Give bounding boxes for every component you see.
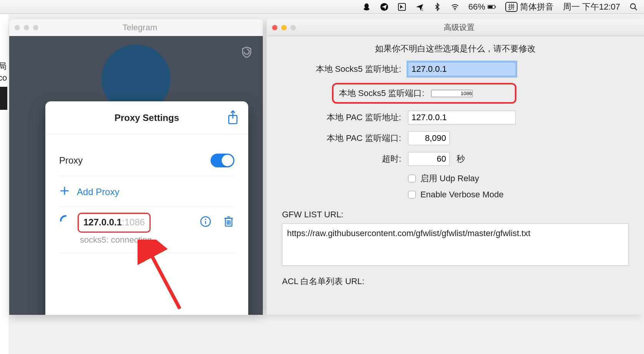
add-proxy-row[interactable]: Add Proxy (59, 176, 234, 207)
share-button[interactable] (227, 110, 239, 127)
verbose-mode-row[interactable]: Enable Verbose Mode (408, 190, 629, 200)
svg-rect-7 (488, 5, 493, 8)
proxy-status: socks5: connecting (80, 235, 194, 245)
svg-point-17 (205, 219, 206, 220)
svg-rect-8 (495, 6, 496, 8)
svg-text:G: G (421, 8, 423, 11)
advanced-titlebar[interactable]: 高级设置 (267, 19, 644, 36)
annotation-highlight-port: 本地 Socks5 监听端口: (332, 83, 516, 104)
svg-point-9 (631, 3, 636, 8)
sheet-content: Proxy Add Proxy 127.0.0.1:1086 (45, 134, 248, 253)
proxy-label: Proxy (59, 155, 83, 166)
loading-spinner-icon (59, 214, 72, 227)
menubar-datetime: 周一 下午12:07 (563, 1, 620, 13)
battery-status[interactable]: 66% (468, 2, 496, 12)
delete-button[interactable] (223, 215, 234, 230)
qq-icon[interactable] (362, 3, 371, 11)
pac-port-input[interactable] (408, 131, 450, 145)
info-button[interactable] (200, 215, 211, 230)
background-app-sliver: 局 co (0, 54, 9, 114)
pac-port-row: 本地 PAC 监听端口: (282, 131, 629, 145)
sliver-text-2: co (0, 72, 7, 84)
telegram-body: Proxy Settings Proxy Add Proxy (9, 36, 263, 315)
ime-badge: 拼 (505, 2, 518, 12)
plus-icon (59, 185, 70, 199)
proxy-toggle[interactable] (211, 154, 234, 167)
telegram-titlebar[interactable]: Telegram (9, 19, 263, 36)
svg-point-5 (454, 9, 455, 10)
advanced-body: 如果你不明白这些选项是什么，请不要修改 本地 Socks5 监听地址: 本地 S… (267, 36, 644, 287)
socks5-port-input[interactable] (431, 90, 473, 97)
proxy-settings-sheet: Proxy Settings Proxy Add Proxy (45, 101, 248, 315)
wifi-icon[interactable] (451, 3, 459, 11)
svg-point-1 (363, 7, 369, 10)
advanced-window-title: 高级设置 (296, 22, 622, 33)
ime-name: 简体拼音 (520, 1, 554, 13)
telegram-window-title: Telegram (38, 23, 241, 33)
cursor-box-icon[interactable] (398, 3, 406, 11)
sheet-title: Proxy Settings (115, 112, 179, 123)
annotation-highlight-ip: 127.0.0.1:1086 (78, 213, 151, 233)
bluetooth-icon[interactable] (433, 3, 442, 11)
pac-address-label: 本地 PAC 监听地址: (282, 112, 401, 123)
telegram-menubar-icon[interactable] (380, 3, 388, 11)
pac-address-row: 本地 PAC 监听地址: (282, 111, 629, 124)
pac-port-label: 本地 PAC 监听端口: (282, 132, 401, 144)
pac-address-input[interactable] (408, 111, 516, 124)
telegram-window: Telegram Proxy Settings Proxy (9, 19, 263, 315)
checkbox-icon[interactable] (408, 191, 416, 199)
timeout-input[interactable] (408, 152, 450, 166)
shield-icon[interactable] (241, 46, 253, 60)
traffic-lights[interactable] (272, 25, 296, 30)
udp-relay-row[interactable]: 启用 Udp Relay (408, 173, 629, 184)
sheet-header: Proxy Settings (45, 101, 248, 134)
acl-url-label: ACL 白名单列表 URL: (282, 276, 629, 287)
add-proxy-label: Add Proxy (77, 187, 120, 197)
spotlight-icon[interactable] (629, 3, 638, 11)
svg-line-10 (635, 8, 637, 10)
sliver-text-1: 局 (0, 61, 7, 72)
battery-percent-text: 66% (468, 2, 485, 12)
macos-menubar: G 66% 拼 简体拼音 周一 下午12:07 (0, 0, 644, 14)
advanced-settings-window: 高级设置 如果你不明白这些选项是什么，请不要修改 本地 Socks5 监听地址:… (267, 19, 644, 315)
socks5-address-input[interactable] (408, 62, 516, 76)
advanced-warning-text: 如果你不明白这些选项是什么，请不要修改 (282, 43, 629, 55)
timeout-row: 超时: 秒 (282, 152, 629, 166)
proxy-entry-actions (200, 215, 234, 230)
traffic-lights[interactable] (15, 25, 38, 30)
paper-plane-icon[interactable]: G (415, 3, 424, 11)
socks5-port-label: 本地 Socks5 监听端口: (339, 88, 424, 99)
socks5-address-label: 本地 Socks5 监听地址: (282, 63, 401, 75)
sliver-dark-block (0, 87, 7, 110)
proxy-entry-text: 127.0.0.1:1086 socks5: connecting (78, 213, 194, 245)
gfw-url-textarea[interactable] (282, 223, 629, 266)
timeout-unit: 秒 (456, 153, 465, 165)
verbose-mode-label: Enable Verbose Mode (420, 190, 504, 200)
svg-point-0 (364, 3, 368, 8)
gfw-url-label: GFW LIST URL: (282, 210, 629, 220)
checkbox-icon[interactable] (408, 175, 416, 182)
proxy-toggle-row: Proxy (59, 145, 234, 176)
socks5-address-row: 本地 Socks5 监听地址: (282, 62, 629, 76)
timeout-label: 超时: (282, 153, 401, 165)
proxy-entry-row[interactable]: 127.0.0.1:1086 socks5: connecting (59, 207, 234, 253)
proxy-ip: 127.0.0.1 (83, 217, 122, 227)
udp-relay-label: 启用 Udp Relay (420, 173, 479, 184)
proxy-port: :1086 (122, 217, 145, 227)
input-method-indicator[interactable]: 拼 简体拼音 (505, 1, 554, 13)
